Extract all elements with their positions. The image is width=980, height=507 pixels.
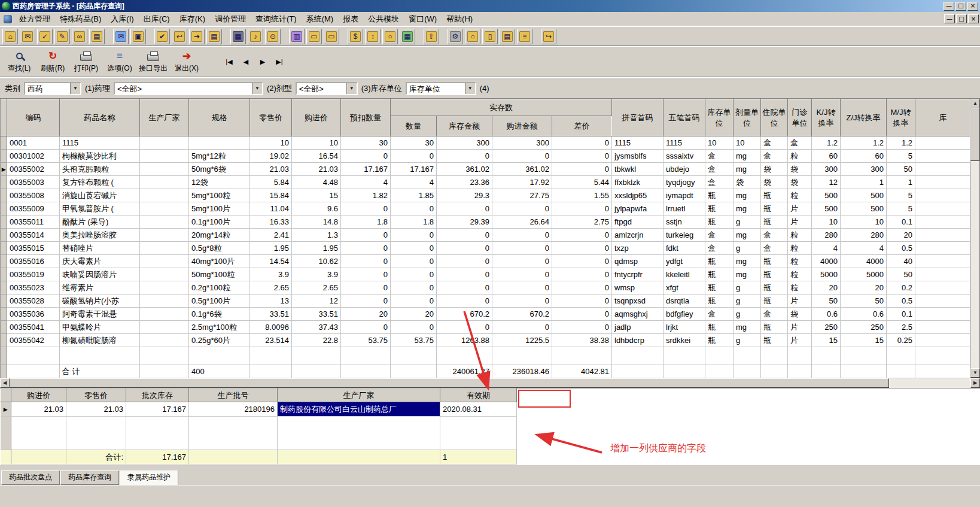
cell[interactable]: 9.6 bbox=[292, 202, 341, 215]
cell[interactable]: 0 bbox=[552, 202, 612, 215]
batch-col-expiry[interactable]: 有效期 bbox=[440, 389, 517, 402]
col-header-qty[interactable]: 数量 bbox=[391, 116, 437, 136]
cell[interactable]: 300 bbox=[812, 163, 841, 176]
cell[interactable]: 5000 bbox=[812, 268, 841, 281]
cell[interactable] bbox=[1, 189, 7, 202]
col-header-purchase-amount[interactable]: 购进金额 bbox=[492, 116, 552, 136]
cell[interactable]: 21.03 bbox=[250, 163, 292, 176]
cell[interactable]: lrruetl bbox=[664, 202, 705, 215]
cell[interactable]: xfgt bbox=[664, 281, 705, 295]
cell[interactable]: 0 bbox=[437, 295, 492, 308]
cell[interactable]: 盒 bbox=[788, 136, 812, 150]
cell[interactable]: 柳氮磺吡啶肠溶 bbox=[60, 334, 140, 347]
batch-stock[interactable]: 17.167 bbox=[126, 402, 189, 417]
cell[interactable]: 0 bbox=[552, 136, 612, 150]
cell[interactable]: tbkwkl bbox=[612, 163, 664, 176]
cell[interactable]: 0.2 bbox=[887, 281, 915, 295]
cell[interactable]: ubdejo bbox=[664, 163, 705, 176]
col-header-purchase[interactable]: 购进价 bbox=[292, 99, 341, 136]
menu-item[interactable]: 系统(M) bbox=[302, 12, 339, 26]
cell[interactable]: 枸橼酸莫沙比利 bbox=[60, 150, 140, 163]
cell[interactable]: 0 bbox=[552, 242, 612, 255]
cell[interactable]: mg bbox=[734, 255, 761, 268]
col-header-withhold[interactable]: 预扣数量 bbox=[341, 99, 391, 136]
cell[interactable]: turkeieg bbox=[664, 229, 705, 242]
cell[interactable]: 0 bbox=[552, 163, 612, 176]
cell[interactable]: 27.75 bbox=[492, 189, 552, 202]
batch-purchase[interactable]: 21.03 bbox=[11, 402, 66, 417]
cell[interactable]: 0 bbox=[492, 255, 552, 268]
cell[interactable]: 1.95 bbox=[292, 242, 341, 255]
cell[interactable]: 16.54 bbox=[292, 150, 341, 163]
options-button[interactable]: ≡ 选项(O) bbox=[103, 48, 136, 75]
cell[interactable]: 0 bbox=[391, 255, 437, 268]
cell[interactable]: 0 bbox=[391, 281, 437, 295]
cell[interactable]: 0.5 bbox=[887, 295, 915, 308]
cell[interactable]: 维霉素片 bbox=[60, 281, 140, 295]
cell[interactable]: 4 bbox=[841, 242, 887, 255]
cell[interactable]: g bbox=[734, 242, 761, 255]
cell[interactable]: mg bbox=[734, 189, 761, 202]
cell[interactable]: 0 bbox=[552, 321, 612, 334]
cell[interactable]: 12袋 bbox=[189, 176, 250, 189]
cell[interactable]: 37.43 bbox=[292, 321, 341, 334]
cell[interactable]: 0 bbox=[437, 150, 492, 163]
col-header-code[interactable]: 编码 bbox=[7, 99, 60, 136]
cell[interactable]: ydfgt bbox=[664, 255, 705, 268]
col-header-diff[interactable]: 差价 bbox=[552, 116, 612, 136]
cell[interactable]: 0 bbox=[492, 281, 552, 295]
cell[interactable]: wmsp bbox=[612, 281, 664, 295]
cell[interactable]: 0.1g*6袋 bbox=[189, 308, 250, 321]
cell[interactable]: 0 bbox=[341, 242, 391, 255]
cell[interactable]: 0 bbox=[492, 242, 552, 255]
cell[interactable]: 袋 bbox=[761, 176, 788, 189]
cell[interactable]: g bbox=[734, 334, 761, 347]
stock-unit-select[interactable]: 库存单位 ▼ bbox=[406, 82, 476, 95]
cell[interactable]: 0 bbox=[341, 202, 391, 215]
cell[interactable]: 0 bbox=[391, 150, 437, 163]
cell[interactable]: 361.02 bbox=[492, 163, 552, 176]
cell[interactable]: 13 bbox=[250, 295, 292, 308]
cell[interactable]: 瓶 bbox=[705, 255, 734, 268]
cell[interactable]: 1.85 bbox=[391, 189, 437, 202]
cell[interactable]: 0.1g*100片 bbox=[189, 215, 250, 229]
cell[interactable]: 0 bbox=[391, 295, 437, 308]
cell[interactable]: 瓶 bbox=[705, 202, 734, 215]
cell[interactable]: 瓶 bbox=[761, 202, 788, 215]
cell[interactable]: 5.44 bbox=[552, 176, 612, 189]
cell[interactable]: 20 bbox=[391, 308, 437, 321]
cell[interactable]: 1115 bbox=[60, 136, 140, 150]
cell[interactable]: 0 bbox=[492, 321, 552, 334]
cell[interactable]: 0.2g*100粒 bbox=[189, 281, 250, 295]
chevron-down-icon[interactable]: ▼ bbox=[465, 83, 475, 94]
cell[interactable]: 片 bbox=[788, 215, 812, 229]
cell[interactable]: 0 bbox=[391, 268, 437, 281]
cell[interactable]: 瓶 bbox=[761, 321, 788, 334]
cell[interactable]: 0.5 bbox=[887, 242, 915, 255]
cell[interactable]: 1.82 bbox=[341, 189, 391, 202]
exit-button[interactable]: ➔ 退出(X) bbox=[170, 48, 203, 75]
cell[interactable]: 0001 bbox=[7, 136, 60, 150]
cell[interactable]: 4.48 bbox=[292, 176, 341, 189]
cell[interactable]: 12 bbox=[812, 176, 841, 189]
cell[interactable]: 500 bbox=[812, 202, 841, 215]
check-icon[interactable]: ✓ bbox=[37, 29, 53, 44]
batch-no[interactable]: 2180196 bbox=[189, 402, 278, 417]
cell[interactable]: 0 bbox=[391, 229, 437, 242]
cell[interactable] bbox=[915, 176, 971, 189]
binoculars-icon[interactable]: ∞ bbox=[72, 29, 87, 44]
cell[interactable]: 0.6 bbox=[812, 308, 841, 321]
thermometer-icon[interactable]: ↕ bbox=[365, 29, 381, 44]
cell[interactable]: 0 bbox=[341, 255, 391, 268]
batch-col-stock[interactable]: 批次库存 bbox=[126, 389, 189, 402]
cell[interactable]: 0 bbox=[341, 281, 391, 295]
cell[interactable]: kkeleitl bbox=[664, 268, 705, 281]
cell[interactable] bbox=[1, 281, 7, 295]
scrollbar-thumb[interactable] bbox=[10, 378, 889, 388]
col-header-kj[interactable]: K/J转换率 bbox=[812, 99, 841, 136]
cell[interactable] bbox=[1, 321, 7, 334]
cell[interactable]: 酚酞片 (果导) bbox=[60, 215, 140, 229]
cell[interactable]: 瓶 bbox=[705, 334, 734, 347]
flow-icon[interactable]: ≡ bbox=[517, 29, 532, 44]
menu-item[interactable]: 库存(K) bbox=[175, 12, 210, 26]
